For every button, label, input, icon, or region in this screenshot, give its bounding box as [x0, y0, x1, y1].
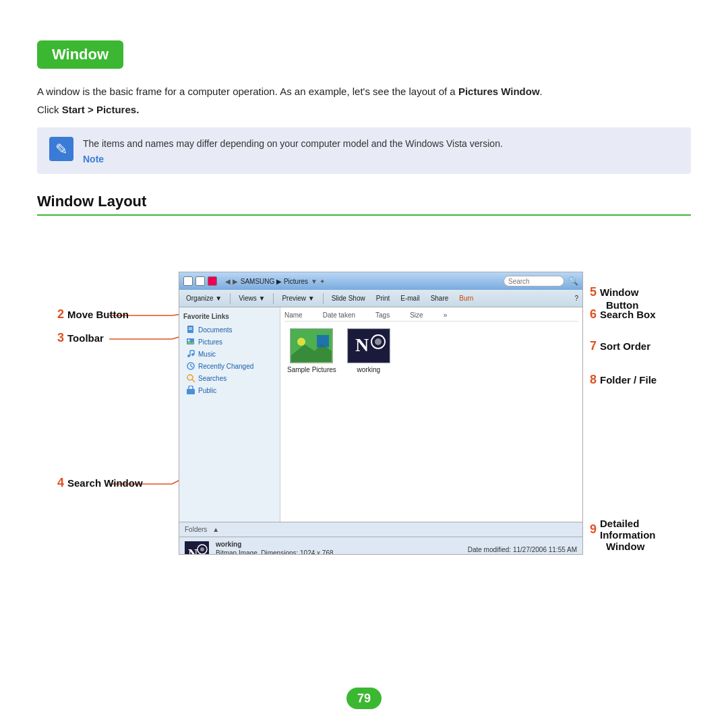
note-icon: ✎	[49, 137, 73, 161]
window-badge: Window	[37, 40, 123, 69]
list-item[interactable]: Sample Pictures	[287, 328, 336, 373]
slideshow-button[interactable]: Slide Show	[329, 295, 368, 302]
intro-text: A window is the basic frame for a comput…	[37, 84, 691, 100]
callout-7: 7 Sort Order	[590, 339, 650, 353]
win-status: N working Bitmap Image Dimensions: 1024 …	[179, 537, 582, 555]
content-items: Sample Pictures N	[284, 326, 578, 376]
page-number: 79	[346, 688, 382, 709]
list-item[interactable]: N working	[347, 328, 390, 373]
svg-text:N: N	[355, 334, 369, 355]
win-nav: Favorite Links Documents Pictures Music	[179, 307, 280, 522]
burn-button[interactable]: Burn	[456, 295, 476, 302]
win-main: Favorite Links Documents Pictures Music	[179, 307, 582, 522]
print-button[interactable]: Print	[373, 295, 393, 302]
note-label: Note	[83, 154, 503, 164]
svg-rect-31	[187, 389, 195, 394]
svg-point-39	[375, 338, 382, 345]
svg-text:N: N	[188, 547, 198, 555]
win-titlebar: ◀ ▶ SAMSUNG ▶ Pictures ▼ ✦ 🔍	[179, 272, 582, 290]
callout-3: 3 Toolbar	[57, 331, 104, 345]
help-button[interactable]: ?	[574, 295, 578, 302]
section-heading: Window Layout	[37, 193, 691, 210]
pictures-icon	[186, 337, 195, 346]
search-box[interactable]	[504, 276, 564, 286]
nav-pictures[interactable]: Pictures	[183, 336, 276, 348]
close-button[interactable]	[208, 276, 217, 286]
status-info: working Bitmap Image Dimensions: 1024 x …	[216, 541, 334, 555]
diagram-area: 1 Address Display Line 2 Move Button 3 T…	[37, 235, 691, 585]
svg-rect-17	[189, 329, 192, 330]
win-content: Name Date taken Tags Size »	[280, 307, 582, 522]
status-info-right: Date modified: 11/27/2006 11:55 AM Date …	[468, 546, 577, 555]
win-toolbar: Organize ▼ Views ▼ Preview ▼ Slide Show …	[179, 290, 582, 307]
callout-4: 4 Search Window	[57, 476, 143, 490]
note-content: The items and names may differ depending…	[83, 137, 503, 164]
svg-text:✎: ✎	[55, 141, 67, 158]
callout-8: 8 Folder / File	[590, 373, 657, 387]
music-icon	[186, 349, 195, 359]
click-text: Click Start > Pictures.	[37, 104, 691, 115]
win-screenshot: ◀ ▶ SAMSUNG ▶ Pictures ▼ ✦ 🔍 Organize ▼ …	[179, 272, 583, 555]
nav-public[interactable]: Public	[183, 384, 276, 396]
svg-line-30	[192, 380, 195, 382]
nav-music[interactable]: Music	[183, 348, 276, 360]
content-header: Name Date taken Tags Size »	[284, 311, 578, 322]
svg-rect-16	[189, 328, 192, 328]
page-content: Window A window is the basic frame for a…	[0, 0, 728, 612]
documents-icon	[186, 325, 195, 334]
minimize-button[interactable]	[183, 276, 193, 286]
preview-button[interactable]: Preview ▼	[279, 295, 317, 302]
recently-changed-icon	[186, 361, 195, 371]
search-submit-icon[interactable]: 🔍	[568, 276, 578, 286]
callout-2: 2 Move Button	[57, 307, 129, 322]
nav-documents[interactable]: Documents	[183, 324, 276, 336]
favorite-links-label: Favorite Links	[183, 313, 276, 320]
email-button[interactable]: E-mail	[398, 295, 422, 302]
share-button[interactable]: Share	[428, 295, 452, 302]
callout-6: 6 Search Box	[590, 307, 656, 322]
svg-rect-35	[317, 335, 329, 347]
callout-9: 9 Detailed Information Window	[590, 518, 691, 552]
note-box: ✎ The items and names may differ dependi…	[37, 127, 691, 174]
nav-recently-changed[interactable]: Recently Changed	[183, 360, 276, 372]
sample-pictures-thumb	[290, 328, 333, 363]
svg-point-43	[200, 547, 204, 551]
organize-button[interactable]: Organize ▼	[183, 295, 224, 302]
titlebar-path: ◀ ▶ SAMSUNG ▶ Pictures ▼ ✦	[225, 278, 501, 285]
working-thumb: N	[347, 328, 390, 363]
svg-line-28	[191, 366, 193, 367]
win-folders-bar: Folders ▲	[179, 522, 582, 537]
svg-point-29	[187, 375, 193, 380]
status-thumbnail: N	[185, 541, 209, 555]
titlebar-right: 🔍	[504, 276, 578, 286]
heading-divider	[37, 214, 691, 216]
public-icon	[186, 386, 195, 395]
maximize-button[interactable]	[195, 276, 205, 286]
views-button[interactable]: Views ▼	[236, 295, 268, 302]
svg-point-33	[297, 338, 305, 346]
nav-searches[interactable]: Searches	[183, 372, 276, 384]
searches-icon	[186, 373, 195, 383]
